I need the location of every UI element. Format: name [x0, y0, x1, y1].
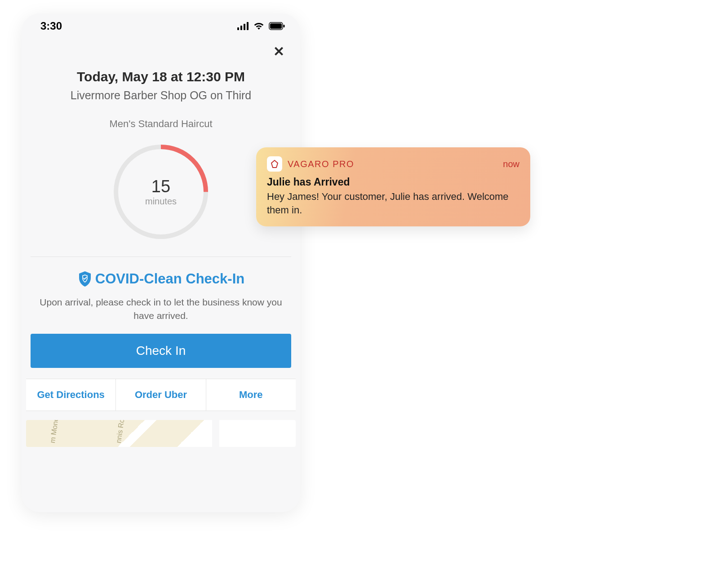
svg-rect-1: [240, 26, 242, 30]
service-name: Men's Standard Haircut: [35, 118, 287, 130]
close-icon: ✕: [273, 44, 284, 59]
notification-body: Hey James! Your customer, Julie has arri…: [267, 190, 519, 217]
status-bar: 3:30: [22, 13, 300, 39]
close-row: ✕: [22, 39, 300, 59]
appointment-datetime: Today, May 18 at 12:30 PM: [35, 69, 287, 84]
countdown-ring: 15 minutes: [111, 142, 210, 241]
status-indicators: [237, 22, 285, 30]
cellular-icon: [237, 22, 249, 30]
order-uber-button[interactable]: Order Uber: [116, 379, 206, 411]
wifi-icon: [253, 22, 264, 30]
covid-title-text: COVID-Clean Check-In: [95, 271, 244, 287]
notification-header: VAGARO PRO now: [267, 156, 519, 172]
covid-title-row: COVID-Clean Check-In: [31, 270, 291, 287]
action-row: Get Directions Order Uber More: [26, 379, 296, 411]
status-time: 3:30: [40, 20, 62, 32]
appointment-header: Today, May 18 at 12:30 PM Livermore Barb…: [22, 59, 300, 142]
svg-rect-6: [284, 25, 285, 27]
countdown-value: 15: [151, 177, 170, 196]
map-preview[interactable]: m Moneg nnis Ros: [26, 420, 296, 447]
map-street-label: nnis Ros: [115, 420, 126, 444]
countdown-unit: minutes: [145, 196, 177, 207]
svg-rect-0: [237, 27, 239, 30]
notification-app-name: VAGARO PRO: [288, 159, 503, 169]
covid-checkin-section: COVID-Clean Check-In Upon arrival, pleas…: [22, 270, 300, 368]
app-icon: [267, 156, 282, 172]
map-divider: [212, 420, 219, 447]
divider: [31, 256, 291, 257]
map-street-label: m Moneg: [49, 420, 61, 444]
shield-icon: [77, 270, 93, 287]
battery-icon: [269, 22, 285, 30]
more-button[interactable]: More: [206, 379, 296, 411]
notification-title: Julie has Arrived: [267, 176, 519, 188]
svg-rect-3: [247, 22, 249, 30]
check-in-button[interactable]: Check In: [31, 334, 291, 368]
svg-rect-2: [244, 24, 245, 30]
phone-mockup: 3:30: [22, 13, 300, 512]
covid-description: Upon arrival, please check in to let the…: [31, 296, 291, 323]
get-directions-button[interactable]: Get Directions: [26, 379, 116, 411]
notification-time: now: [503, 159, 519, 169]
close-button[interactable]: ✕: [271, 43, 287, 59]
svg-rect-5: [270, 23, 282, 29]
push-notification[interactable]: VAGARO PRO now Julie has Arrived Hey Jam…: [256, 147, 530, 226]
business-name: Livermore Barber Shop OG on Third: [35, 89, 287, 102]
